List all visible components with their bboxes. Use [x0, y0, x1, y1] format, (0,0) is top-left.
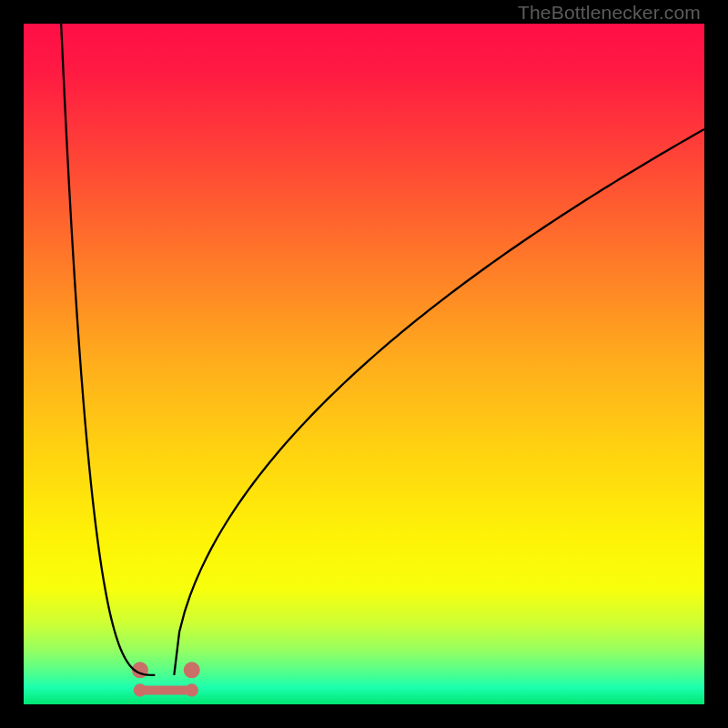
minimum-marker — [132, 662, 200, 696]
svg-point-5 — [186, 683, 198, 696]
curve-left-branch — [61, 24, 155, 675]
plot-area — [24, 24, 704, 704]
svg-point-4 — [134, 683, 147, 696]
curve-right-branch — [174, 129, 704, 675]
watermark-text: TheBottlenecker.com — [518, 2, 701, 24]
svg-rect-3 — [138, 686, 193, 695]
chart-frame: TheBottlenecker.com — [0, 0, 728, 728]
bottleneck-curve-layer — [24, 24, 704, 704]
svg-point-2 — [184, 662, 200, 678]
